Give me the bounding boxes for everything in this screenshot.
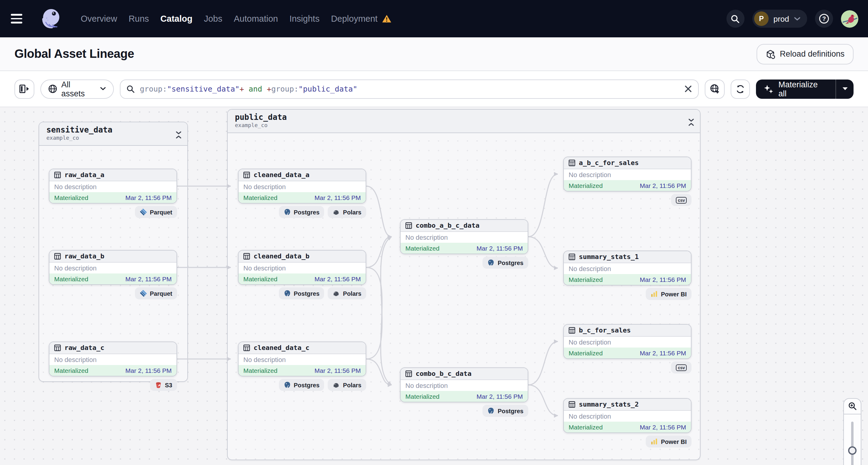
zoom-slider-handle[interactable]	[848, 446, 857, 455]
postgres-icon	[283, 290, 291, 297]
materialization-timestamp[interactable]: Mar 2, 11:56 PM	[125, 275, 172, 282]
nav-link-runs[interactable]: Runs	[129, 14, 149, 24]
chevron-down-icon	[100, 87, 106, 91]
asset-description: No description	[564, 169, 691, 180]
reload-definitions-button[interactable]: Reload definitions	[756, 44, 854, 64]
kind-badge-label: Polars	[343, 209, 362, 215]
zoom-slider-track[interactable]	[851, 422, 854, 465]
postgres-icon	[283, 208, 291, 216]
asset-node-raw_data_b[interactable]: raw_data_b No description Materialized M…	[49, 250, 177, 285]
nav-link-deployment[interactable]: Deployment	[331, 14, 392, 24]
kind-badge-postgres: Postgres	[483, 257, 528, 269]
nav-link-jobs[interactable]: Jobs	[204, 14, 222, 24]
collapse-icon	[688, 119, 694, 126]
status-badge: Materialized	[569, 276, 603, 283]
asset-group-header[interactable]: sensitive_data example_co	[39, 122, 187, 146]
nav-link-overview[interactable]: Overview	[81, 14, 117, 24]
query-token: "sensitive_data"	[167, 84, 240, 93]
deployment-name: prod	[773, 14, 789, 23]
kind-badge-label: Postgres	[498, 259, 523, 266]
asset-node-a_b_c_for_sales[interactable]: a_b_c_for_sales No description Materiali…	[563, 157, 691, 191]
materialize-options-button[interactable]	[836, 79, 854, 98]
asset-node-cleaned_data_c[interactable]: cleaned_data_c No description Materializ…	[238, 342, 366, 376]
materialization-timestamp[interactable]: Mar 2, 11:56 PM	[314, 275, 361, 282]
asset-description: No description	[401, 380, 528, 391]
search-button[interactable]	[726, 10, 745, 28]
asset-name: summary_stats_1	[579, 253, 639, 261]
query-token: group:	[140, 84, 167, 93]
materialization-timestamp[interactable]: Mar 2, 11:56 PM	[125, 194, 172, 201]
status-badge: Materialized	[405, 245, 439, 252]
deployment-switcher[interactable]: P prod	[752, 10, 807, 28]
kind-badge-polars: Polars	[328, 379, 366, 391]
collapse-group-button[interactable]	[688, 118, 694, 128]
asset-node-raw_data_c[interactable]: raw_data_c No description Materialized M…	[49, 342, 177, 376]
materialization-timestamp[interactable]: Mar 2, 11:56 PM	[125, 367, 172, 374]
materialization-timestamp[interactable]: Mar 2, 11:56 PM	[640, 424, 686, 431]
dagster-logo[interactable]	[37, 5, 65, 33]
table-icon	[405, 222, 412, 229]
kind-badge-power-bi: Power BI	[646, 288, 691, 300]
nav-link-insights[interactable]: Insights	[289, 14, 319, 24]
csv-chip-icon: csv	[676, 364, 687, 371]
query-token: +	[267, 84, 271, 93]
asset-node-combo_a_b_c_data[interactable]: combo_a_b_c_data No description Material…	[400, 219, 528, 254]
kind-badge-label: Postgres	[293, 381, 319, 388]
zoom-in-button[interactable]	[844, 399, 861, 414]
table-icon	[54, 253, 61, 259]
asset-node-summary_stats_2[interactable]: summary_stats_2 No description Materiali…	[563, 398, 691, 433]
asset-status-row: Materialized Mar 2, 11:56 PM	[50, 192, 177, 203]
kind-badge-label: Parquet	[150, 209, 172, 215]
materialization-timestamp[interactable]: Mar 2, 11:56 PM	[476, 245, 523, 252]
nav-link-label: Insights	[289, 14, 319, 24]
table-icon	[405, 370, 412, 377]
asset-status-row: Materialized Mar 2, 11:56 PM	[239, 365, 366, 376]
nav-link-label: Runs	[129, 14, 149, 24]
help-button[interactable]: ?	[815, 10, 833, 28]
zoom-slider[interactable]	[844, 414, 861, 465]
asset-node-cleaned_data_b[interactable]: cleaned_data_b No description Materializ…	[238, 250, 366, 285]
query-token: +	[240, 84, 244, 93]
svg-text:?: ?	[822, 16, 826, 22]
nav-link-automation[interactable]: Automation	[234, 14, 278, 24]
asset-search-input[interactable]: group:"sensitive_data"+ and +group:"publ…	[120, 79, 699, 98]
asset-status-row: Materialized Mar 2, 11:56 PM	[564, 180, 691, 191]
materialization-timestamp[interactable]: Mar 2, 11:56 PM	[314, 367, 361, 374]
materialization-timestamp[interactable]: Mar 2, 11:56 PM	[314, 194, 361, 201]
top-nav: Overview Runs Catalog Jobs Automation In…	[0, 0, 868, 37]
hamburger-menu-icon[interactable]	[11, 14, 24, 24]
materialize-all-button[interactable]: Materialize all	[756, 79, 836, 98]
sparkles-icon	[764, 84, 774, 94]
user-avatar[interactable]	[841, 10, 858, 27]
kind-badge-postgres: Postgres	[279, 379, 324, 391]
lineage-canvas[interactable]: sensitive_data example_co public_data ex…	[0, 107, 868, 465]
table-icon	[243, 344, 250, 351]
materialization-timestamp[interactable]: Mar 2, 11:56 PM	[640, 276, 686, 283]
asset-scope-dropdown[interactable]: All assets	[40, 79, 114, 98]
asset-badges: csv	[563, 194, 691, 206]
asset-node-cleaned_data_a[interactable]: cleaned_data_a No description Materializ…	[238, 169, 366, 204]
nav-link-catalog[interactable]: Catalog	[160, 14, 192, 24]
zoom-in-icon	[848, 402, 857, 411]
filter-toolbar: All assets group:"sensitive_data"+ and +…	[0, 71, 868, 107]
refresh-button[interactable]	[731, 79, 750, 98]
materialization-timestamp[interactable]: Mar 2, 11:56 PM	[640, 182, 686, 189]
asset-node-header: raw_data_c	[50, 342, 177, 354]
query-token: and	[244, 84, 267, 93]
expand-sidebar-button[interactable]	[14, 79, 34, 98]
asset-node-b_c_for_sales[interactable]: b_c_for_sales No description Materialize…	[563, 324, 691, 359]
nav-link-label: Deployment	[331, 14, 378, 24]
materialization-timestamp[interactable]: Mar 2, 11:56 PM	[640, 349, 686, 356]
asset-node-raw_data_a[interactable]: raw_data_a No description Materialized M…	[49, 169, 177, 204]
kind-badge-s3: S3	[150, 379, 177, 391]
group-view-toggle-button[interactable]	[705, 79, 724, 98]
asset-node-combo_b_c_data[interactable]: combo_b_c_data No description Materializ…	[400, 367, 528, 402]
asset-group-header[interactable]: public_data example_co	[228, 110, 700, 133]
kind-badge-label: Power BI	[661, 290, 687, 297]
parquet-icon	[140, 290, 147, 297]
materialization-timestamp[interactable]: Mar 2, 11:56 PM	[476, 393, 523, 400]
collapse-group-button[interactable]	[176, 130, 181, 141]
clear-search-button[interactable]	[684, 85, 692, 93]
asset-node-summary_stats_1[interactable]: summary_stats_1 No description Materiali…	[563, 251, 691, 285]
powerbi-icon	[651, 438, 658, 445]
